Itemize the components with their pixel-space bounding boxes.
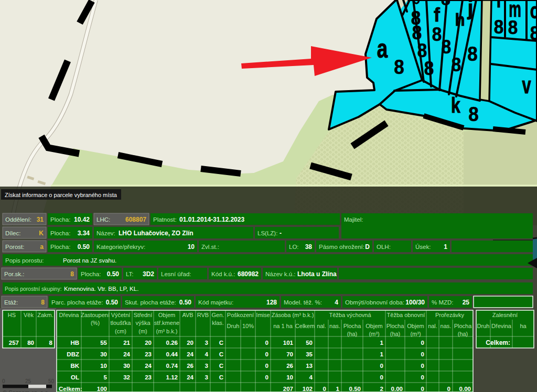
svg-text:5: 5 [104, 374, 108, 380]
svg-text:0: 0 [447, 386, 450, 392]
svg-text:0.50: 0.50 [349, 386, 361, 392]
svg-text:LHC:: LHC: [96, 216, 110, 223]
svg-text:Objem: Objem [366, 323, 382, 329]
svg-text:RVB: RVB [197, 312, 209, 318]
svg-text:(m³): (m³) [369, 331, 379, 337]
svg-text:Objem: Objem [407, 323, 424, 329]
svg-text:0: 0 [323, 386, 326, 392]
svg-text:Úsek:: Úsek: [415, 244, 431, 250]
svg-text:(m): (m) [138, 328, 147, 334]
svg-text:10%: 10% [242, 323, 254, 329]
svg-text:OL: OL [71, 374, 79, 380]
svg-text:Obmýtí/obnovní doba:: Obmýtí/obnovní doba: [345, 299, 404, 306]
svg-text:100/30: 100/30 [405, 299, 425, 306]
svg-text:35: 35 [306, 351, 313, 357]
svg-text:608807: 608807 [125, 216, 146, 223]
svg-text:Plocha: Plocha [454, 323, 472, 329]
svg-text:8: 8 [468, 102, 479, 125]
svg-text:Poškození: Poškození [227, 312, 254, 318]
svg-text:C: C [219, 363, 223, 369]
svg-text:8: 8 [394, 55, 404, 78]
svg-text:Těžba výchovná: Těžba výchovná [329, 312, 371, 318]
svg-text:(ha): (ha) [458, 331, 468, 337]
svg-text:Plocha: Plocha [343, 323, 362, 329]
svg-text:Zakm.: Zakm. [37, 312, 53, 318]
svg-text:Zastoupení: Zastoupení [81, 312, 110, 318]
svg-text:10.42: 10.42 [74, 216, 90, 223]
svg-text:ha: ha [520, 323, 527, 329]
svg-text:32: 32 [123, 374, 130, 380]
svg-text:Plocha:: Plocha: [50, 230, 70, 236]
svg-text:23: 23 [145, 351, 152, 357]
svg-text:24: 24 [187, 351, 194, 357]
svg-text:Věk: Věk [24, 312, 34, 318]
svg-text:1.12: 1.12 [166, 374, 178, 380]
svg-text:© Seznam.cz, a.s.: © Seznam.cz, a.s. [3, 389, 49, 392]
svg-text:207: 207 [283, 386, 293, 392]
svg-text:Zásoba (m³ b.k.): Zásoba (m³ b.k.) [272, 312, 314, 318]
svg-text:10: 10 [188, 243, 195, 251]
svg-text:10: 10 [100, 363, 107, 369]
svg-text:24: 24 [123, 351, 130, 357]
svg-text:10: 10 [286, 374, 293, 380]
svg-text:25: 25 [463, 299, 470, 306]
svg-text:0.74: 0.74 [166, 363, 178, 369]
svg-text:Imise: Imise [256, 312, 270, 318]
svg-text:0.00: 0.00 [391, 386, 403, 392]
svg-text:8: 8 [530, 22, 537, 43]
svg-text:Celkem:: Celkem: [59, 386, 82, 392]
svg-text:Porost:: Porost: [5, 244, 24, 250]
svg-text:Druh: Druh [477, 323, 490, 329]
svg-text:j: j [467, 0, 473, 19]
svg-text:Parc. plocha etáže:: Parc. plocha etáže: [51, 299, 103, 306]
svg-text:8: 8 [441, 0, 451, 9]
svg-text:Celkem:: Celkem: [486, 339, 510, 346]
svg-text:102: 102 [303, 386, 313, 392]
svg-text:0.50: 0.50 [179, 299, 192, 306]
svg-text:Oddělení:: Oddělení: [5, 216, 31, 223]
svg-text:70: 70 [286, 351, 293, 357]
svg-text:% MZD:: % MZD: [432, 299, 454, 306]
svg-text:26: 26 [187, 363, 194, 369]
svg-text:Získat informace o parcele vyb: Získat informace o parcele vybraného mís… [5, 192, 117, 198]
svg-text:80: 80 [27, 340, 34, 346]
svg-text:Skut. plocha etáže:: Skut. plocha etáže: [125, 299, 176, 306]
svg-text:8: 8 [508, 16, 518, 38]
svg-text:0: 0 [265, 351, 268, 357]
svg-text:Dílec:: Dílec: [5, 230, 20, 236]
svg-text:Lesní úřad:: Lesní úřad: [161, 271, 191, 277]
svg-text:Popis porostní skupiny:: Popis porostní skupiny: [5, 286, 62, 292]
svg-text:Kód majetku:: Kód majetku: [198, 299, 233, 306]
svg-text:Por.sk.:: Por.sk.: [4, 271, 24, 277]
svg-text:30: 30 [123, 363, 130, 369]
svg-text:0: 0 [265, 374, 268, 380]
svg-text:0: 0 [380, 374, 383, 380]
svg-text:v: v [522, 73, 531, 99]
svg-text:Celkem: Celkem [295, 323, 315, 329]
svg-text:a: a [40, 243, 44, 251]
svg-text:0.44: 0.44 [166, 351, 178, 357]
svg-text:0.50: 0.50 [78, 243, 90, 251]
svg-text:0.50: 0.50 [106, 299, 119, 306]
svg-text:Dřevina: Dřevina [491, 323, 512, 329]
svg-text:k: k [451, 94, 461, 117]
svg-text:BK: BK [70, 363, 79, 369]
svg-text:Zvl.st.:: Zvl.st.: [201, 244, 219, 250]
svg-text:HB: HB [70, 340, 79, 346]
svg-text:h: h [455, 10, 465, 29]
svg-text:24: 24 [145, 363, 152, 369]
svg-text:2: 2 [380, 386, 383, 392]
svg-text:C: C [219, 351, 223, 357]
svg-text:Kategorie/překryv:: Kategorie/překryv: [96, 244, 145, 250]
svg-text:257: 257 [9, 340, 19, 346]
svg-text:21: 21 [123, 340, 130, 346]
svg-text:nas.: nas. [329, 323, 340, 329]
svg-text:Zalesnění: Zalesnění [492, 312, 518, 318]
svg-text:Objem: Objem [158, 312, 175, 318]
svg-text:20: 20 [187, 340, 194, 346]
svg-text:Výčetní: Výčetní [111, 312, 131, 318]
svg-text:3: 3 [205, 340, 208, 346]
svg-text:50: 50 [306, 340, 313, 346]
svg-text:24: 24 [187, 374, 194, 380]
svg-text:128: 128 [266, 299, 277, 306]
